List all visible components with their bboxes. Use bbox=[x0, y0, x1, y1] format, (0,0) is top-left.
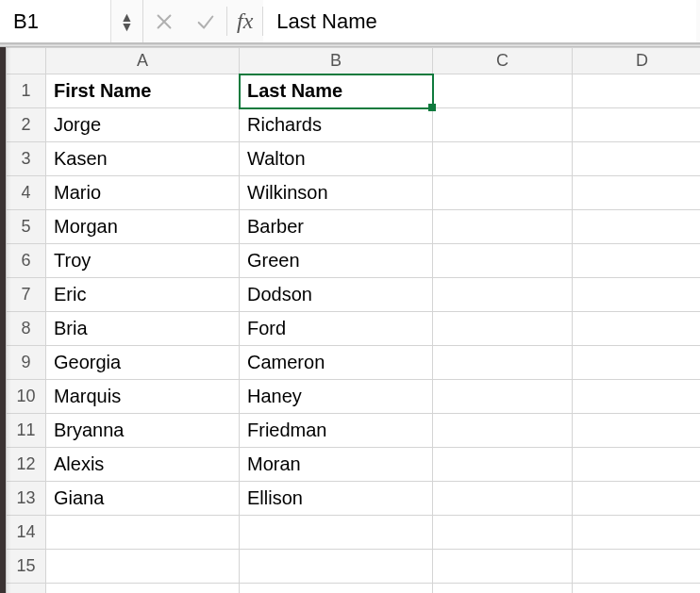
cell-D1[interactable] bbox=[573, 74, 701, 108]
cell-D5[interactable] bbox=[573, 210, 701, 244]
cell-A6[interactable]: Troy bbox=[46, 244, 240, 278]
cell-D9[interactable] bbox=[573, 346, 701, 380]
row-header-16[interactable]: 16 bbox=[7, 584, 46, 594]
cell-A7[interactable]: Eric bbox=[46, 278, 240, 312]
cell-B6[interactable]: Green bbox=[240, 244, 433, 278]
cell-C9[interactable] bbox=[433, 346, 573, 380]
cell-A13[interactable]: Giana bbox=[46, 482, 240, 516]
cell-B4[interactable]: Wilkinson bbox=[240, 176, 433, 210]
cell-A11[interactable]: Bryanna bbox=[46, 414, 240, 448]
check-icon bbox=[195, 11, 216, 32]
cell-C11[interactable] bbox=[433, 414, 573, 448]
cell-B15[interactable] bbox=[240, 550, 433, 584]
name-box[interactable]: B1 bbox=[0, 0, 111, 42]
row-header-13[interactable]: 13 bbox=[7, 482, 46, 516]
column-header-B[interactable]: B bbox=[240, 48, 433, 74]
cell-B10[interactable]: Haney bbox=[240, 380, 433, 414]
row-header-6[interactable]: 6 bbox=[7, 244, 46, 278]
cell-D14[interactable] bbox=[573, 516, 701, 550]
cell-A2[interactable]: Jorge bbox=[46, 108, 240, 142]
cell-C10[interactable] bbox=[433, 380, 573, 414]
cell-A10[interactable]: Marquis bbox=[46, 380, 240, 414]
accept-button[interactable] bbox=[185, 0, 226, 42]
cell-C16[interactable] bbox=[433, 584, 573, 594]
cell-A12[interactable]: Alexis bbox=[46, 448, 240, 482]
cell-B11[interactable]: Friedman bbox=[240, 414, 433, 448]
cell-D10[interactable] bbox=[573, 380, 701, 414]
cell-C5[interactable] bbox=[433, 210, 573, 244]
column-header-A[interactable]: A bbox=[46, 48, 240, 74]
cell-B9[interactable]: Cameron bbox=[240, 346, 433, 380]
table-row: 2JorgeRichards bbox=[7, 108, 701, 142]
cell-D4[interactable] bbox=[573, 176, 701, 210]
row-header-11[interactable]: 11 bbox=[7, 414, 46, 448]
window-edge bbox=[0, 47, 6, 593]
cell-A5[interactable]: Morgan bbox=[46, 210, 240, 244]
select-all-corner[interactable] bbox=[7, 48, 46, 74]
cell-C13[interactable] bbox=[433, 482, 573, 516]
row-header-15[interactable]: 15 bbox=[7, 550, 46, 584]
cell-C15[interactable] bbox=[433, 550, 573, 584]
cell-D13[interactable] bbox=[573, 482, 701, 516]
cell-A9[interactable]: Georgia bbox=[46, 346, 240, 380]
cell-B1[interactable]: Last Name bbox=[240, 74, 433, 108]
cell-C4[interactable] bbox=[433, 176, 573, 210]
row-header-12[interactable]: 12 bbox=[7, 448, 46, 482]
cell-D3[interactable] bbox=[573, 142, 701, 176]
row-header-1[interactable]: 1 bbox=[7, 74, 46, 108]
row-header-9[interactable]: 9 bbox=[7, 346, 46, 380]
cell-C1[interactable] bbox=[433, 74, 573, 108]
table-row: 13GianaEllison bbox=[7, 482, 701, 516]
cell-B14[interactable] bbox=[240, 516, 433, 550]
cell-A14[interactable] bbox=[46, 516, 240, 550]
row-header-2[interactable]: 2 bbox=[7, 108, 46, 142]
name-box-stepper[interactable]: ▲ ▼ bbox=[111, 0, 143, 42]
cancel-button[interactable] bbox=[143, 0, 185, 42]
cell-D6[interactable] bbox=[573, 244, 701, 278]
cell-C7[interactable] bbox=[433, 278, 573, 312]
cell-C12[interactable] bbox=[433, 448, 573, 482]
formula-input[interactable] bbox=[263, 0, 696, 42]
cell-B7[interactable]: Dodson bbox=[240, 278, 433, 312]
cell-D16[interactable] bbox=[573, 584, 701, 594]
column-header-D[interactable]: D bbox=[573, 48, 701, 74]
column-header-C[interactable]: C bbox=[433, 48, 573, 74]
cell-A3[interactable]: Kasen bbox=[46, 142, 240, 176]
cell-C2[interactable] bbox=[433, 108, 573, 142]
cell-D12[interactable] bbox=[573, 448, 701, 482]
row-header-3[interactable]: 3 bbox=[7, 142, 46, 176]
fx-label[interactable]: fx bbox=[227, 8, 262, 34]
row-header-8[interactable]: 8 bbox=[7, 312, 46, 346]
cell-B12[interactable]: Moran bbox=[240, 448, 433, 482]
cell-C3[interactable] bbox=[433, 142, 573, 176]
cell-A15[interactable] bbox=[46, 550, 240, 584]
cell-B13[interactable]: Ellison bbox=[240, 482, 433, 516]
row-header-7[interactable]: 7 bbox=[7, 278, 46, 312]
cell-D2[interactable] bbox=[573, 108, 701, 142]
cell-A4[interactable]: Mario bbox=[46, 176, 240, 210]
cell-C6[interactable] bbox=[433, 244, 573, 278]
cell-B5[interactable]: Barber bbox=[240, 210, 433, 244]
cell-A16[interactable] bbox=[46, 584, 240, 594]
cell-B16[interactable] bbox=[240, 584, 433, 594]
formula-bar: B1 ▲ ▼ fx bbox=[0, 0, 700, 43]
row-header-10[interactable]: 10 bbox=[7, 380, 46, 414]
cell-A1[interactable]: First Name bbox=[46, 74, 240, 108]
cell-D7[interactable] bbox=[573, 278, 701, 312]
table-row: 9GeorgiaCameron bbox=[7, 346, 701, 380]
cell-D11[interactable] bbox=[573, 414, 701, 448]
row-header-14[interactable]: 14 bbox=[7, 516, 46, 550]
cell-C8[interactable] bbox=[433, 312, 573, 346]
cell-D8[interactable] bbox=[573, 312, 701, 346]
cell-A8[interactable]: Bria bbox=[46, 312, 240, 346]
stepper-down-icon[interactable]: ▼ bbox=[121, 22, 134, 31]
cell-C14[interactable] bbox=[433, 516, 573, 550]
row-header-4[interactable]: 4 bbox=[7, 176, 46, 210]
cell-B2[interactable]: Richards bbox=[240, 108, 433, 142]
spreadsheet-grid[interactable]: ABCD 1First NameLast Name2JorgeRichards3… bbox=[6, 47, 700, 593]
table-row: 3KasenWalton bbox=[7, 142, 701, 176]
cell-B3[interactable]: Walton bbox=[240, 142, 433, 176]
cell-D15[interactable] bbox=[573, 550, 701, 584]
cell-B8[interactable]: Ford bbox=[240, 312, 433, 346]
row-header-5[interactable]: 5 bbox=[7, 210, 46, 244]
